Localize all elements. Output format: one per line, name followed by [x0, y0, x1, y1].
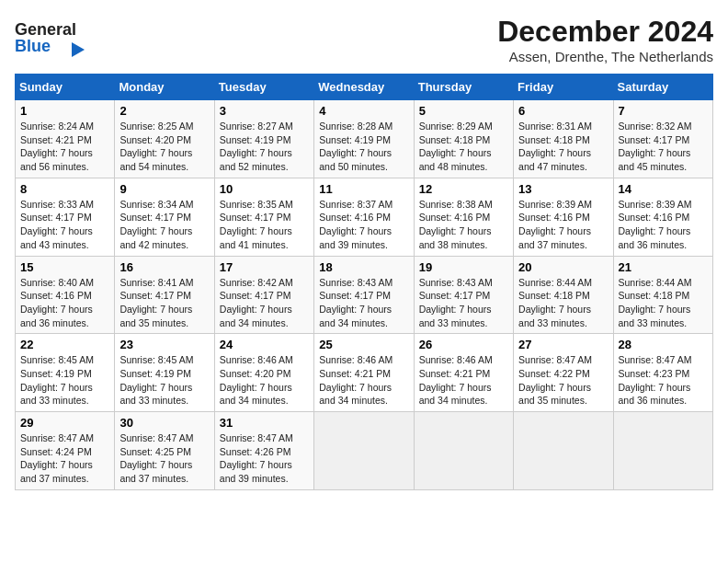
- day-number: 2: [119, 104, 209, 118]
- day-info: Sunrise: 8:46 AMSunset: 4:20 PMDaylight:…: [220, 353, 309, 408]
- day-info: Sunrise: 8:43 AMSunset: 4:17 PMDaylight:…: [319, 276, 408, 330]
- sunrise-text: Sunrise: 8:44 AM: [619, 276, 708, 290]
- day-number: 26: [419, 338, 508, 351]
- day-cell: [314, 412, 414, 490]
- day-cell: 29Sunrise: 8:47 AMSunset: 4:24 PMDayligh…: [16, 412, 115, 490]
- logo: General Blue: [15, 15, 88, 61]
- day-info: Sunrise: 8:44 AMSunset: 4:18 PMDaylight:…: [619, 276, 708, 330]
- sunset-text: Sunset: 4:23 PM: [619, 367, 708, 381]
- daylight-text: Daylight: 7 hours and 33 minutes.: [619, 303, 708, 329]
- daylight-text: Daylight: 7 hours and 36 minutes.: [619, 381, 708, 408]
- day-number: 9: [119, 182, 209, 196]
- day-number: 8: [20, 182, 109, 196]
- day-number: 15: [20, 260, 109, 274]
- sunset-text: Sunset: 4:18 PM: [518, 289, 608, 303]
- day-cell: 4Sunrise: 8:28 AMSunset: 4:19 PMDaylight…: [314, 100, 414, 178]
- sunset-text: Sunset: 4:17 PM: [319, 289, 408, 303]
- day-info: Sunrise: 8:47 AMSunset: 4:24 PMDaylight:…: [20, 431, 109, 486]
- svg-marker-2: [72, 42, 85, 57]
- daylight-text: Daylight: 7 hours and 33 minutes.: [518, 303, 608, 329]
- day-number: 11: [319, 182, 408, 196]
- daylight-text: Daylight: 7 hours and 36 minutes.: [20, 303, 109, 329]
- sunrise-text: Sunrise: 8:46 AM: [220, 353, 309, 367]
- day-cell: 2Sunrise: 8:25 AMSunset: 4:20 PMDaylight…: [115, 100, 214, 178]
- sunset-text: Sunset: 4:18 PM: [518, 133, 608, 147]
- calendar-body: 1Sunrise: 8:24 AMSunset: 4:21 PMDaylight…: [16, 100, 713, 490]
- sunrise-text: Sunrise: 8:43 AM: [419, 276, 508, 290]
- day-cell: 3Sunrise: 8:27 AMSunset: 4:19 PMDaylight…: [214, 100, 313, 178]
- day-cell: 6Sunrise: 8:31 AMSunset: 4:18 PMDaylight…: [514, 100, 613, 178]
- sunrise-text: Sunrise: 8:32 AM: [619, 120, 708, 133]
- sunset-text: Sunset: 4:17 PM: [220, 289, 309, 303]
- day-cell: [414, 412, 513, 490]
- daylight-text: Daylight: 7 hours and 34 minutes.: [220, 303, 309, 329]
- day-cell: 10Sunrise: 8:35 AMSunset: 4:17 PMDayligh…: [214, 178, 313, 256]
- calendar-header: SundayMondayTuesdayWednesdayThursdayFrid…: [16, 75, 713, 100]
- week-row-3: 15Sunrise: 8:40 AMSunset: 4:16 PMDayligh…: [16, 256, 713, 334]
- day-cell: 11Sunrise: 8:37 AMSunset: 4:16 PMDayligh…: [314, 178, 414, 256]
- day-info: Sunrise: 8:39 AMSunset: 4:16 PMDaylight:…: [518, 198, 608, 252]
- day-header-row: SundayMondayTuesdayWednesdayThursdayFrid…: [16, 75, 713, 100]
- daylight-text: Daylight: 7 hours and 33 minutes.: [419, 303, 508, 329]
- sunset-text: Sunset: 4:16 PM: [419, 211, 508, 224]
- day-number: 16: [119, 260, 209, 274]
- daylight-text: Daylight: 7 hours and 42 minutes.: [119, 224, 209, 251]
- day-number: 10: [220, 182, 309, 196]
- sunset-text: Sunset: 4:20 PM: [119, 133, 209, 147]
- day-info: Sunrise: 8:41 AMSunset: 4:17 PMDaylight:…: [119, 276, 209, 330]
- day-number: 12: [419, 182, 508, 196]
- day-number: 14: [619, 182, 708, 196]
- sunset-text: Sunset: 4:21 PM: [319, 367, 408, 381]
- day-number: 19: [419, 260, 508, 274]
- day-cell: 9Sunrise: 8:34 AMSunset: 4:17 PMDaylight…: [115, 178, 214, 256]
- week-row-2: 8Sunrise: 8:33 AMSunset: 4:17 PMDaylight…: [16, 178, 713, 256]
- sunrise-text: Sunrise: 8:41 AM: [119, 276, 209, 290]
- day-info: Sunrise: 8:31 AMSunset: 4:18 PMDaylight:…: [518, 120, 608, 174]
- daylight-text: Daylight: 7 hours and 37 minutes.: [119, 458, 209, 485]
- day-cell: 14Sunrise: 8:39 AMSunset: 4:16 PMDayligh…: [613, 178, 712, 256]
- day-info: Sunrise: 8:24 AMSunset: 4:21 PMDaylight:…: [20, 120, 109, 174]
- day-info: Sunrise: 8:47 AMSunset: 4:22 PMDaylight:…: [518, 353, 608, 408]
- sunrise-text: Sunrise: 8:39 AM: [619, 198, 708, 212]
- day-cell: 8Sunrise: 8:33 AMSunset: 4:17 PMDaylight…: [16, 178, 115, 256]
- sunrise-text: Sunrise: 8:35 AM: [220, 198, 309, 212]
- sunrise-text: Sunrise: 8:47 AM: [518, 353, 608, 367]
- calendar-table: SundayMondayTuesdayWednesdayThursdayFrid…: [15, 74, 713, 490]
- day-header-saturday: Saturday: [613, 75, 712, 100]
- day-info: Sunrise: 8:27 AMSunset: 4:19 PMDaylight:…: [220, 120, 309, 174]
- daylight-text: Daylight: 7 hours and 33 minutes.: [119, 381, 209, 408]
- day-info: Sunrise: 8:33 AMSunset: 4:17 PMDaylight:…: [20, 198, 109, 252]
- day-number: 24: [220, 338, 309, 351]
- logo-icon: General Blue: [15, 15, 88, 61]
- sunrise-text: Sunrise: 8:44 AM: [518, 276, 608, 290]
- daylight-text: Daylight: 7 hours and 52 minutes.: [220, 146, 309, 173]
- sunrise-text: Sunrise: 8:47 AM: [20, 431, 109, 445]
- sunrise-text: Sunrise: 8:45 AM: [20, 353, 109, 367]
- sunset-text: Sunset: 4:17 PM: [119, 211, 209, 224]
- sunrise-text: Sunrise: 8:46 AM: [319, 353, 408, 367]
- sunrise-text: Sunrise: 8:38 AM: [419, 198, 508, 212]
- day-cell: 7Sunrise: 8:32 AMSunset: 4:17 PMDaylight…: [613, 100, 712, 178]
- daylight-text: Daylight: 7 hours and 48 minutes.: [419, 146, 508, 173]
- sunrise-text: Sunrise: 8:47 AM: [619, 353, 708, 367]
- day-header-monday: Monday: [115, 75, 214, 100]
- day-number: 6: [518, 104, 608, 118]
- day-info: Sunrise: 8:45 AMSunset: 4:19 PMDaylight:…: [119, 353, 209, 408]
- sunset-text: Sunset: 4:20 PM: [220, 367, 309, 381]
- day-cell: 26Sunrise: 8:46 AMSunset: 4:21 PMDayligh…: [414, 334, 513, 412]
- sunrise-text: Sunrise: 8:31 AM: [518, 120, 608, 133]
- week-row-5: 29Sunrise: 8:47 AMSunset: 4:24 PMDayligh…: [16, 412, 713, 490]
- day-cell: 30Sunrise: 8:47 AMSunset: 4:25 PMDayligh…: [115, 412, 214, 490]
- day-cell: 27Sunrise: 8:47 AMSunset: 4:22 PMDayligh…: [514, 334, 613, 412]
- day-cell: 24Sunrise: 8:46 AMSunset: 4:20 PMDayligh…: [214, 334, 313, 412]
- day-number: 5: [419, 104, 508, 118]
- day-number: 18: [319, 260, 408, 274]
- day-cell: 19Sunrise: 8:43 AMSunset: 4:17 PMDayligh…: [414, 256, 513, 334]
- day-header-friday: Friday: [514, 75, 613, 100]
- sunset-text: Sunset: 4:21 PM: [419, 367, 508, 381]
- sunset-text: Sunset: 4:19 PM: [119, 367, 209, 381]
- day-cell: 31Sunrise: 8:47 AMSunset: 4:26 PMDayligh…: [214, 412, 313, 490]
- sunset-text: Sunset: 4:17 PM: [619, 133, 708, 147]
- daylight-text: Daylight: 7 hours and 37 minutes.: [518, 224, 608, 251]
- sunset-text: Sunset: 4:21 PM: [20, 133, 109, 147]
